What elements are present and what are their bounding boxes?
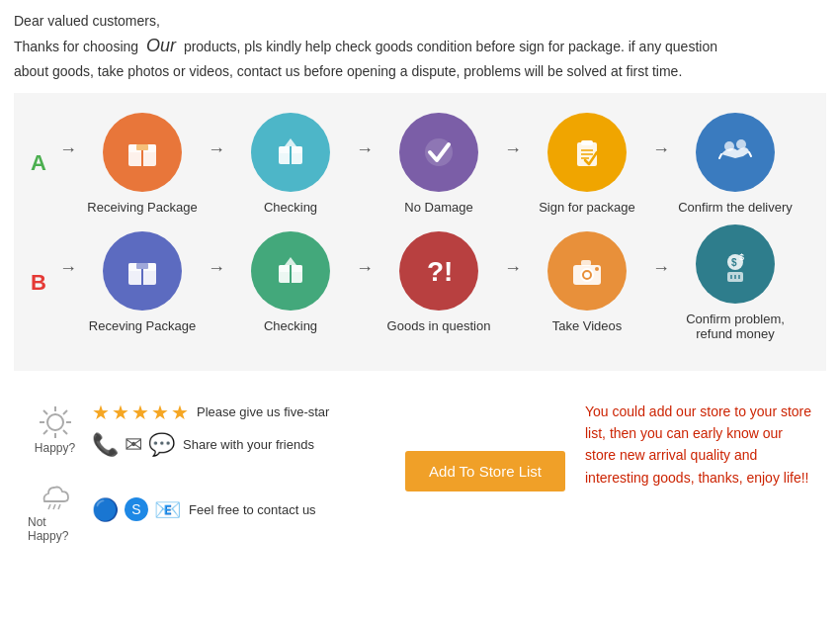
svg-point-29 [595,267,599,271]
chat-icon: 💬 [148,432,175,458]
step-b3-label: Goods in question [387,318,491,333]
svg-line-48 [58,504,60,509]
cloud-rain-icon [37,478,74,515]
contact-text: Feel free to contact us [189,502,316,517]
viber-icon: 🔵 [92,497,119,523]
arrow-icon: → [208,139,225,188]
step-a3: No Damage [379,113,498,215]
svg-line-45 [43,430,47,434]
step-b2: Checking [231,231,350,333]
intro-section: Dear valued customers, Thanks for choosi… [14,10,826,83]
svg-rect-28 [581,260,591,266]
step-a4-label: Sign for package [539,200,635,215]
star5: ★ [171,401,189,424]
svg-line-44 [63,410,67,414]
step-a5-circle [696,113,775,192]
svg-marker-6 [285,138,296,146]
svg-point-15 [736,139,746,149]
svg-line-42 [43,410,47,414]
five-star-text: Please give us five-star [197,404,329,419]
arrow-icon: → [652,139,670,188]
svg-line-43 [63,430,67,434]
step-a3-label: No Damage [404,200,472,215]
bottom-section: Happy? ★ ★ ★ ★ ★ Please give us five-sta… [14,391,826,553]
step-b2-circle [251,231,330,311]
middle-bottom: Add To Store List [405,401,565,543]
svg-rect-19 [136,263,148,269]
arrow-icon: → [59,258,77,307]
star4: ★ [151,401,169,424]
row-a-label: A [24,150,53,176]
arrow-icon: → [356,258,374,307]
email-icon: 📧 [154,497,181,523]
svg-point-14 [724,141,734,151]
clipboard-icon [565,131,609,174]
intro-line1: Dear valued customers, [14,10,826,32]
step-b1-label: Receving Package [89,318,196,333]
flow-row-a: A → Receiving Package → [24,113,816,215]
star-rating: ★ ★ ★ ★ ★ [92,401,189,424]
question-icon: ?! [417,249,461,293]
right-text: You could add our store to your store li… [585,401,812,543]
intro-line2: Thanks for choosing Our products, pls ki… [14,32,826,60]
share-icons: 📞 ✉ 💬 [92,432,175,458]
step-b5-circle: $ $ [696,224,775,304]
step-a1-label: Receiving Package [87,200,197,215]
step-a2: Checking [231,113,350,215]
step-a1: Receiving Package [83,113,202,215]
camera-icon [565,249,609,293]
refund-icon: $ $ [714,242,757,286]
star2: ★ [112,401,129,424]
step-a4: Sign for package [528,113,646,215]
share-row: 📞 ✉ 💬 Share with your friends [92,432,329,458]
step-b4: Take Videos [528,231,646,333]
flow-section: A → Receiving Package → [14,93,826,371]
sun-icon [37,403,74,441]
step-a4-circle [547,113,627,192]
svg-line-46 [48,504,50,509]
svg-marker-22 [285,257,296,265]
intro-suffix: products, pls kindly help check goods co… [184,39,717,54]
skype-icon: S [125,497,148,521]
nothappy-row: Not Happy? 🔵 S 📧 Feel free to contact us [28,478,385,543]
svg-text:$: $ [731,257,737,268]
svg-point-27 [584,272,590,278]
step-a5-label: Confirm the delivery [678,200,793,215]
step-a5: Confirm the delivery [676,113,795,215]
package-icon [121,131,164,174]
phone-icon: 📞 [92,432,119,458]
svg-rect-3 [136,144,148,150]
svg-text:$: $ [739,252,744,262]
arrow-icon: → [356,139,374,188]
share-text: Share with your friends [183,437,314,452]
happy-row: Happy? ★ ★ ★ ★ ★ Please give us five-sta… [28,401,385,458]
checking-icon [269,131,312,174]
step-b3: ?! Goods in question [379,231,498,333]
nothappy-label: Not Happy? [28,515,82,543]
add-to-store-button[interactable]: Add To Store List [405,451,565,491]
arrow-icon: → [504,139,522,188]
happy-label: Happy? [35,441,75,455]
step-b1: Receving Package [83,231,202,333]
contact-icons: 🔵 S 📧 [92,497,181,523]
mail-icon: ✉ [125,432,142,458]
star1: ★ [92,401,110,424]
step-a3-circle [399,113,478,192]
svg-rect-10 [581,140,593,145]
svg-point-37 [47,414,63,430]
arrow-icon: → [208,258,225,307]
brand-name: Our [146,36,176,55]
nothappy-icon-label: Not Happy? [28,478,82,543]
happy-icon-label: Happy? [28,403,82,455]
contact-row: 🔵 S 📧 Feel free to contact us [92,497,316,523]
stars-row: ★ ★ ★ ★ ★ Please give us five-star [92,401,329,424]
row-b-label: B [24,270,53,296]
arrow-icon: → [652,258,670,307]
svg-line-47 [53,504,55,509]
step-a2-circle [251,113,330,192]
step-b4-label: Take Videos [552,318,623,333]
step-a1-circle [103,113,182,192]
flow-row-b: B → Receving Package → [24,224,816,341]
step-b2-label: Checking [264,318,317,333]
step-a2-label: Checking [264,200,317,215]
